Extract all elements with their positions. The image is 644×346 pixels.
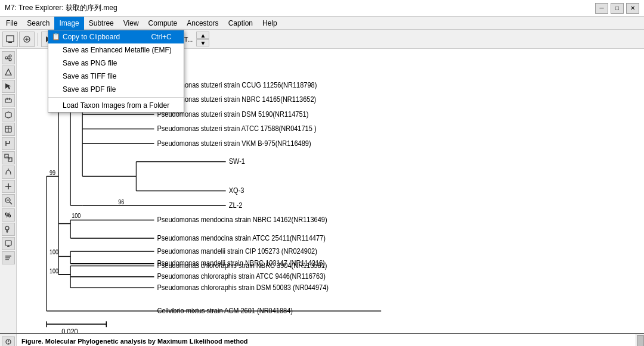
- save-emf-item[interactable]: Save as Enhanced Metafile (EMF): [48, 43, 184, 57]
- svg-line-42: [10, 202, 12, 204]
- menu-view[interactable]: View: [119, 17, 144, 30]
- maximize-button[interactable]: □: [611, 3, 624, 14]
- svg-text:SW-1: SW-1: [229, 157, 245, 166]
- window-controls: ─ □ ✕: [595, 3, 639, 14]
- sidebar-icon-1[interactable]: [2, 51, 15, 64]
- save-png-item[interactable]: Save as PNG file: [48, 57, 184, 70]
- menu-image[interactable]: Image: [54, 17, 83, 30]
- window-title: M7: Tree Explorer: 获取的序列.meg: [5, 3, 117, 13]
- sidebar-icon-2[interactable]: [2, 66, 15, 79]
- svg-marker-25: [5, 83, 11, 89]
- svg-text:0.020: 0.020: [61, 327, 78, 333]
- svg-text:Pseudomonas mandelii strain CI: Pseudomonas mandelii strain CIP 105273 (…: [157, 247, 317, 255]
- menu-caption[interactable]: Caption: [224, 17, 258, 30]
- svg-text:Pseudomonas chlororaphis strai: Pseudomonas chlororaphis strain NBRC 390…: [157, 261, 327, 270]
- svg-point-20: [9, 55, 11, 57]
- svg-text:Pseudomonas stutzeri strain VK: Pseudomonas stutzeri strain VKM B-975(NR…: [157, 139, 311, 148]
- menu-compute[interactable]: Compute: [144, 17, 182, 30]
- svg-text:100: 100: [72, 212, 80, 219]
- menu-bar: File Search Image Subtree View Compute A…: [0, 17, 644, 30]
- svg-point-19: [5, 57, 8, 59]
- bottom-scrollbar[interactable]: [636, 334, 644, 346]
- sidebar-icon-4[interactable]: [2, 108, 15, 121]
- sidebar-icon-8[interactable]: [2, 166, 15, 179]
- svg-line-23: [8, 58, 9, 59]
- sidebar-icon-5[interactable]: [2, 123, 15, 136]
- menu-subtree[interactable]: Subtree: [84, 17, 119, 30]
- sidebar-icon-3[interactable]: [2, 94, 15, 107]
- svg-text:ZL-2: ZL-2: [229, 201, 243, 210]
- image-dropdown-menu: 📋 Copy to Clipboard Ctrl+C Save as Enhan…: [48, 30, 184, 113]
- menu-search[interactable]: Search: [22, 17, 54, 30]
- svg-point-21: [9, 58, 11, 61]
- title-bar: M7: Tree Explorer: 获取的序列.meg ─ □ ✕: [0, 0, 644, 17]
- svg-line-22: [8, 57, 9, 58]
- svg-text:Pseudomonas chlororaphis strai: Pseudomonas chlororaphis strain ATCC 944…: [157, 272, 325, 280]
- sidebar-icon-11[interactable]: [2, 237, 15, 250]
- sidebar-icon-cursor[interactable]: [2, 80, 15, 93]
- save-pdf-item[interactable]: Save as PDF file: [48, 83, 184, 96]
- svg-text:Pseudomonas stutzeri strain AT: Pseudomonas stutzeri strain ATCC 17588(N…: [157, 124, 316, 133]
- svg-text:99: 99: [49, 169, 55, 176]
- svg-marker-24: [5, 69, 11, 75]
- copy-shortcut: Ctrl+C: [151, 33, 171, 41]
- svg-text:Pseudomonas chlororaphis strai: Pseudomonas chlororaphis strain DSM 5008…: [157, 283, 329, 292]
- svg-text:Cellvibrio mixtus strain ACM 2: Cellvibrio mixtus strain ACM 2601 (NR041…: [157, 306, 293, 315]
- close-button[interactable]: ✕: [626, 3, 639, 14]
- svg-rect-47: [5, 241, 11, 245]
- dropdown-divider: [48, 97, 184, 98]
- save-tiff-item[interactable]: Save as TIFF file: [48, 70, 184, 83]
- bottom-text-area: Figure. Molecular Phylogenetic analysis …: [17, 334, 636, 346]
- svg-text:Pseudomonas mendocina strain N: Pseudomonas mendocina strain NBRC 14162(…: [157, 215, 327, 224]
- svg-text:100: 100: [49, 248, 58, 255]
- bottom-icon-1[interactable]: [2, 336, 15, 346]
- load-taxon-images-item[interactable]: Load Taxon Images from a Folder: [48, 99, 184, 112]
- sidebar-icon-6[interactable]: [2, 137, 15, 150]
- menu-file[interactable]: File: [1, 17, 22, 30]
- svg-text:100: 100: [49, 267, 58, 275]
- svg-text:96: 96: [118, 198, 124, 205]
- toolbar-down-arrow[interactable]: ▼: [196, 39, 209, 46]
- svg-text:XQ-3: XQ-3: [229, 186, 244, 195]
- sidebar-icon-percent[interactable]: %: [2, 208, 15, 222]
- sidebar-icon-10[interactable]: [2, 223, 15, 236]
- bottom-icon-col: [0, 334, 17, 346]
- figure-title: Figure. Molecular Phylogenetic analysis …: [21, 338, 631, 345]
- svg-rect-1: [8, 42, 12, 43]
- toolbar-up-arrow[interactable]: ▲: [196, 32, 209, 39]
- menu-help[interactable]: Help: [258, 17, 282, 30]
- bottom-panel: Figure. Molecular Phylogenetic analysis …: [0, 333, 644, 346]
- svg-point-114: [8, 343, 9, 344]
- menu-ancestors[interactable]: Ancestors: [182, 17, 223, 30]
- svg-rect-0: [7, 36, 14, 42]
- svg-rect-26: [5, 99, 11, 102]
- toolbar-btn-2[interactable]: [19, 32, 35, 47]
- left-sidebar: %: [0, 49, 17, 333]
- svg-text:Pseudomonas mendocina strain A: Pseudomonas mendocina strain ATCC 25411(…: [157, 233, 325, 242]
- sidebar-icon-zoom[interactable]: [2, 194, 15, 207]
- copy-to-clipboard-item[interactable]: 📋 Copy to Clipboard Ctrl+C: [48, 30, 184, 43]
- toolbar-btn-1[interactable]: [2, 32, 18, 47]
- minimize-button[interactable]: ─: [595, 3, 608, 14]
- sidebar-icon-9[interactable]: [2, 180, 15, 193]
- sidebar-icon-7[interactable]: [2, 151, 15, 164]
- sidebar-icon-12[interactable]: [2, 251, 15, 264]
- svg-point-44: [5, 226, 9, 230]
